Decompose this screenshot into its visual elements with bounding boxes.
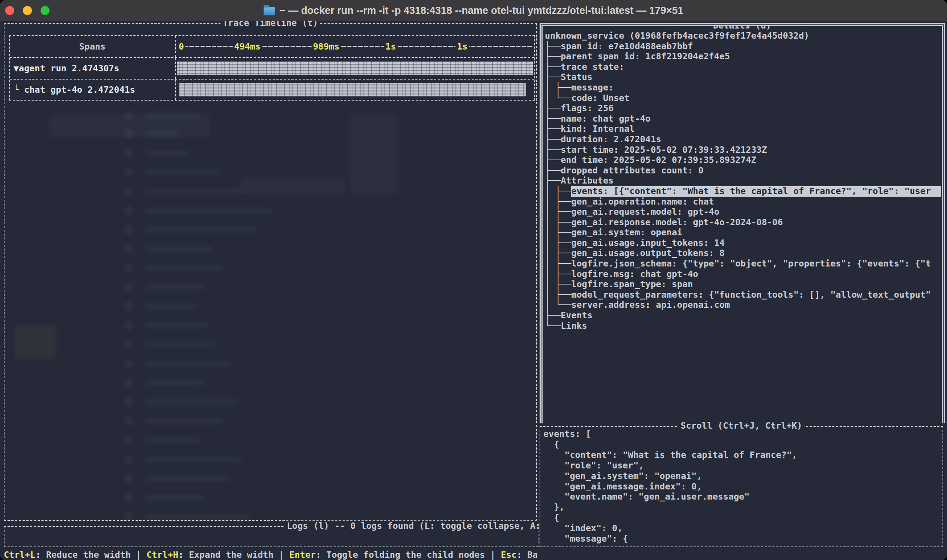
tree-row[interactable]: │ ├──model_request_parameters: {"functio… xyxy=(545,290,941,300)
tree-row-label: gen_ai.usage.output_tokens: 8 xyxy=(571,248,724,258)
tree-row[interactable]: │ ├──gen_ai.usage.output_tokens: 8 xyxy=(545,248,941,258)
span-duration-bar xyxy=(179,83,526,97)
tree-row-label: server.address: api.openai.com xyxy=(571,300,730,311)
tree-row[interactable]: │ ├──gen_ai.operation.name: chat xyxy=(545,197,941,207)
tree-branch-lines: ├── xyxy=(545,166,561,176)
tree-branch-lines: │ ├── xyxy=(545,228,571,238)
tree-row[interactable]: ├──kind: Internal xyxy=(545,124,941,134)
tree-row[interactable]: ├──dropped attributes count: 0 xyxy=(545,166,941,176)
tree-row[interactable]: │ └──code: Unset xyxy=(545,93,941,104)
traffic-lights xyxy=(5,0,49,21)
tree-row-label: events: [{"content": "What is the capita… xyxy=(571,186,941,197)
tree-row-label: model_request_parameters: {"function_too… xyxy=(571,290,931,300)
tree-branch-lines: ├── xyxy=(545,134,561,145)
tree-row[interactable]: ├──flags: 256 xyxy=(545,103,941,114)
tree-branch-lines: ├── xyxy=(545,124,561,134)
details-panel: Details (d) unknown_service (01968fefb4a… xyxy=(540,23,945,423)
tree-branch-lines: ├── xyxy=(545,103,561,114)
tree-row-label: logfire.json_schema: {"type": "object", … xyxy=(571,258,931,269)
tree-row[interactable]: ├──parent span id: 1c8f219204e2f4e5 xyxy=(545,51,941,62)
tree-branch-lines: │ ├── xyxy=(545,269,571,280)
tree-row[interactable]: ├──Attributes xyxy=(545,175,941,186)
tree-branch-lines: ├── xyxy=(545,51,561,62)
tree-row-label: Status xyxy=(561,72,593,83)
span-label: └ chat gpt-4o 2.472041s xyxy=(10,85,135,95)
span-label: ▼agent run 2.474307s xyxy=(10,63,119,74)
minimize-button[interactable] xyxy=(23,6,32,15)
tree-row[interactable]: │ ├──gen_ai.system: openai xyxy=(545,228,941,238)
tree-row-label: kind: Internal xyxy=(561,124,634,134)
window-title: ~ — docker run --rm -it -p 4318:4318 --n… xyxy=(0,5,947,17)
tree-row-label: Links xyxy=(561,321,587,331)
tree-row[interactable]: │ ├──logfire.json_schema: {"type": "obje… xyxy=(545,258,941,269)
tree-row-label: gen_ai.response.model: gpt-4o-2024-08-06 xyxy=(571,217,782,228)
tree-branch-lines: ├── xyxy=(545,114,561,124)
tree-branch-lines: ├── xyxy=(545,155,561,166)
spans-table: Spans 0494ms989ms1s1s ▼agent run 2.47430… xyxy=(9,35,535,101)
tree-row[interactable]: ├──trace state: xyxy=(545,62,941,72)
trace-timeline-panel: Trace Timeline (t) Spans 0494ms989ms1s1s… xyxy=(4,23,537,521)
timeline-ruler-cell: 0494ms989ms1s1s xyxy=(175,36,534,57)
folder-icon xyxy=(263,7,275,15)
status-text: : Toggle folding the child nodes | xyxy=(316,549,501,560)
status-hotkey: Enter xyxy=(289,549,316,560)
tree-row-label: gen_ai.request.model: gpt-4o xyxy=(571,207,719,217)
tree-row[interactable]: │ ├──gen_ai.usage.input_tokens: 14 xyxy=(545,238,941,248)
status-hotkey: Esc xyxy=(501,549,517,560)
terminal-window: ~ — docker run --rm -it -p 4318:4318 --n… xyxy=(0,0,947,560)
tree-row-label: flags: 256 xyxy=(561,103,614,114)
tree-branch-lines: │ ├── xyxy=(545,207,571,217)
tree-row[interactable]: ├──duration: 2.472041s xyxy=(545,134,941,145)
close-button[interactable] xyxy=(5,6,14,15)
scroll-panel-content[interactable]: events: [ { "content": "What is the capi… xyxy=(544,429,941,546)
tree-row-label: trace state: xyxy=(561,62,624,72)
details-tree[interactable]: unknown_service (01968fefb4acec3f9fef17e… xyxy=(545,31,941,423)
tree-row-label: duration: 2.472041s xyxy=(561,134,661,145)
tree-row-label: unknown_service (01968fefb4acec3f9fef17e… xyxy=(545,31,809,41)
status-text: : Ba xyxy=(517,549,537,560)
tree-branch-lines: │ ├── xyxy=(545,217,571,228)
tree-branch-lines: ├── xyxy=(545,62,561,72)
spans-table-header: Spans 0494ms989ms1s1s xyxy=(10,36,534,57)
tree-row-label: gen_ai.usage.input_tokens: 14 xyxy=(571,238,724,248)
tree-row[interactable]: ├──Events xyxy=(545,311,941,321)
timeline-tick: 1s xyxy=(384,41,397,52)
tree-row[interactable]: ├──Status xyxy=(545,72,941,83)
timeline-tick: 989ms xyxy=(311,41,340,52)
tree-row[interactable]: │ ├──gen_ai.response.model: gpt-4o-2024-… xyxy=(545,217,941,228)
tree-row[interactable]: ├──name: chat gpt-4o xyxy=(545,114,941,124)
tree-row[interactable]: ├──start time: 2025-05-02 07:39:33.42123… xyxy=(545,145,941,155)
tree-row[interactable]: unknown_service (01968fefb4acec3f9fef17e… xyxy=(545,31,941,41)
tree-row-label: gen_ai.system: openai xyxy=(571,228,682,238)
tree-row[interactable]: │ ├──message: xyxy=(545,83,941,93)
tree-row-label: Events xyxy=(561,311,593,321)
tree-row[interactable]: │ ├──logfire.msg: chat gpt-4o xyxy=(545,269,941,280)
tree-branch-lines: ├── xyxy=(545,41,561,52)
tree-row[interactable]: ├──span id: e7e10d488eab7bbf xyxy=(545,41,941,52)
tree-branch-lines: └── xyxy=(545,321,561,331)
tree-row-label: name: chat gpt-4o xyxy=(561,114,650,124)
span-row[interactable]: └ chat gpt-4o 2.472041s xyxy=(10,79,534,100)
spans-column-header: Spans xyxy=(10,36,175,57)
logs-panel: Logs (l) -- 0 logs found (L: toggle coll… xyxy=(4,526,539,547)
status-text: : Reduce the width | xyxy=(36,549,147,560)
status-hotkey: Ctrl+L xyxy=(4,549,36,560)
span-row[interactable]: ▼agent run 2.474307s xyxy=(10,57,534,79)
tree-branch-lines: │ └── xyxy=(545,300,571,311)
tree-row[interactable]: └──Links xyxy=(545,321,941,331)
tree-row[interactable]: ├──end time: 2025-05-02 07:39:35.893274Z xyxy=(545,155,941,166)
logs-panel-title: Logs (l) -- 0 logs found (L: toggle coll… xyxy=(285,521,543,531)
tree-row-selected[interactable]: │ ├──events: [{"content": "What is the c… xyxy=(545,186,941,197)
tree-row[interactable]: │ ├──gen_ai.request.model: gpt-4o xyxy=(545,207,941,217)
trace-timeline-title: Trace Timeline (t) xyxy=(220,21,320,28)
zoom-button[interactable] xyxy=(40,6,49,15)
tree-branch-lines: │ ├── xyxy=(545,83,571,93)
tree-row[interactable]: │ ├──logfire.span_type: span xyxy=(545,279,941,290)
titlebar[interactable]: ~ — docker run --rm -it -p 4318:4318 --n… xyxy=(0,0,947,22)
tree-branch-lines: │ ├── xyxy=(545,238,571,248)
tree-row-label: logfire.span_type: span xyxy=(571,279,693,290)
tree-row[interactable]: │ └──server.address: api.openai.com xyxy=(545,300,941,311)
timeline-tick: 1s xyxy=(456,41,469,52)
tree-branch-lines: │ ├── xyxy=(545,197,571,207)
tree-row-label: Attributes xyxy=(561,175,614,186)
